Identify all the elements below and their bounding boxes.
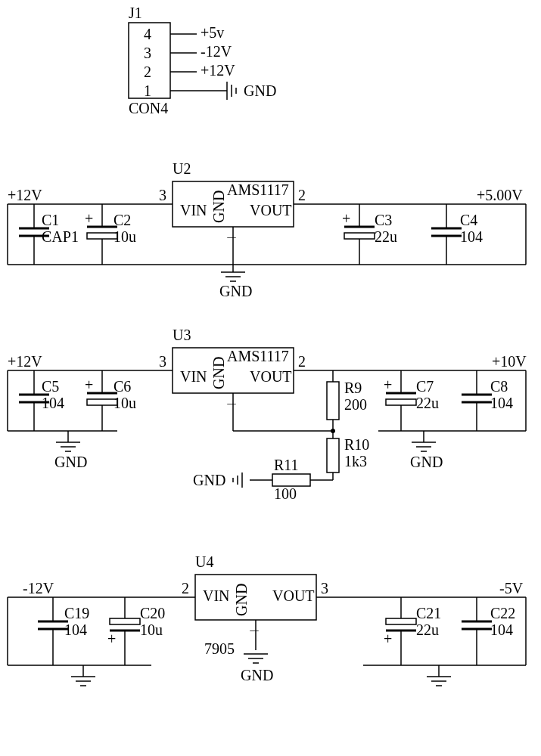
svg-text:3: 3 <box>321 580 328 596</box>
svg-text:VOUT: VOUT <box>250 368 292 385</box>
connector-j1: J1 4 3 2 1 +5v -12V +12V GND CON4 <box>129 5 276 116</box>
cap-c4: C4 104 <box>431 204 483 265</box>
svg-text:22u: 22u <box>375 228 397 245</box>
svg-text:10u: 10u <box>113 395 136 411</box>
gnd-left-u4 <box>71 665 95 686</box>
net-+12: +12V <box>201 62 235 79</box>
gnd-right-u4 <box>427 665 451 686</box>
svg-text:C19: C19 <box>64 605 89 621</box>
cap-c20: + C20 10u <box>107 597 165 665</box>
svg-text:GND: GND <box>233 584 250 616</box>
svg-text:C1: C1 <box>42 212 59 228</box>
svg-rect-102 <box>386 399 416 405</box>
regulator-u2: U2 AMS1117 VIN VOUT GND 3 2 +12V +5.00V … <box>8 160 526 299</box>
cap-c5: C5 104 <box>19 370 64 431</box>
svg-text:GND: GND <box>219 283 252 299</box>
pin-4: 4 <box>144 26 151 42</box>
svg-text:C21: C21 <box>416 605 441 621</box>
svg-text:22u: 22u <box>416 395 439 411</box>
pin-1: 1 <box>144 82 151 99</box>
svg-text:+: + <box>384 376 392 393</box>
svg-text:1k3: 1k3 <box>344 453 367 469</box>
cap-c22: C22 104 <box>462 597 515 665</box>
net--12: -12V <box>201 43 232 60</box>
svg-text:⏤: ⏤ <box>227 395 236 411</box>
svg-text:+: + <box>85 376 93 393</box>
cap-c3: + C3 22u <box>342 204 397 265</box>
svg-text:100: 100 <box>274 485 297 502</box>
svg-text:C22: C22 <box>490 605 515 621</box>
svg-text:10u: 10u <box>140 621 163 638</box>
svg-text:2: 2 <box>298 353 306 370</box>
svg-text:104: 104 <box>460 228 483 245</box>
svg-text:22u: 22u <box>416 621 439 638</box>
svg-text:104: 104 <box>42 395 64 411</box>
u2-ref: U2 <box>173 160 191 177</box>
schematic: J1 4 3 2 1 +5v -12V +12V GND CON4 U2 AMS… <box>0 0 541 756</box>
svg-text:R11: R11 <box>274 457 299 473</box>
svg-text:R9: R9 <box>344 380 362 396</box>
svg-text:+: + <box>384 631 392 647</box>
u2-gnd: GND <box>210 191 227 223</box>
svg-text:R10: R10 <box>344 436 369 453</box>
svg-text:2: 2 <box>182 580 189 596</box>
u3-part: AMS1117 <box>227 348 289 364</box>
cap-c6: + C6 10u <box>85 370 136 431</box>
svg-text:104: 104 <box>490 395 513 411</box>
res-r10: R10 1k3 <box>327 431 369 480</box>
res-r9: R9 200 <box>327 370 367 431</box>
svg-rect-87 <box>327 438 339 472</box>
svg-text:104: 104 <box>490 621 513 638</box>
cap-c19: C19 104 <box>38 597 89 665</box>
svg-text:10u: 10u <box>113 228 136 245</box>
svg-rect-157 <box>386 618 416 624</box>
ref-j1: J1 <box>129 5 142 21</box>
svg-text:+: + <box>107 631 116 647</box>
u2-vout: VOUT <box>250 202 292 218</box>
svg-text:GND: GND <box>210 357 227 389</box>
u2-vin-net: +12V <box>8 187 42 203</box>
svg-text:GND: GND <box>193 472 225 488</box>
svg-text:+: + <box>85 210 93 227</box>
svg-text:3: 3 <box>159 353 166 370</box>
svg-text:VIN: VIN <box>203 587 230 604</box>
svg-text:-5V: -5V <box>499 580 524 596</box>
gnd-u2: GND <box>219 265 252 299</box>
svg-text:C4: C4 <box>460 212 477 228</box>
svg-rect-92 <box>272 474 310 486</box>
cap-c1: C1 CAP1 <box>19 204 79 265</box>
res-r11: R11 100 <box>250 457 333 502</box>
pin-3: 3 <box>144 45 151 61</box>
svg-text:-12V: -12V <box>23 580 54 596</box>
cap-c7: + C7 22u <box>384 370 439 431</box>
u2-part: AMS1117 <box>227 181 289 198</box>
pin-2: 2 <box>144 64 151 80</box>
u3-ref: U3 <box>173 327 191 343</box>
svg-text:VIN: VIN <box>180 368 207 385</box>
svg-text:C5: C5 <box>42 378 59 395</box>
svg-text:⏤: ⏤ <box>250 621 259 638</box>
svg-text:C2: C2 <box>113 212 131 228</box>
svg-text:GND: GND <box>54 454 87 470</box>
svg-rect-137 <box>110 618 140 624</box>
svg-rect-34 <box>344 233 375 239</box>
u2-pin3: 3 <box>159 187 166 203</box>
svg-text:⏤: ⏤ <box>227 228 236 245</box>
svg-text:VOUT: VOUT <box>272 587 315 604</box>
cap-c8: C8 104 <box>462 370 513 431</box>
svg-rect-81 <box>327 382 339 420</box>
gnd-left-u3: GND <box>54 431 87 470</box>
svg-text:7905: 7905 <box>204 640 235 657</box>
svg-text:+: + <box>342 210 350 227</box>
cap-c2: + C2 10u <box>85 204 136 265</box>
svg-text:CAP1: CAP1 <box>42 228 79 245</box>
u2-vout-net: +5.00V <box>477 187 523 203</box>
cap-c21: + C21 22u <box>384 597 441 665</box>
svg-text:GND: GND <box>410 454 443 470</box>
u2-pin2: 2 <box>298 187 306 203</box>
gnd-center-u4: GND <box>241 654 273 683</box>
gnd-right-u3: GND <box>410 431 443 470</box>
svg-rect-19 <box>87 233 117 239</box>
svg-text:+12V: +12V <box>8 353 42 370</box>
svg-text:+10V: +10V <box>492 353 527 370</box>
